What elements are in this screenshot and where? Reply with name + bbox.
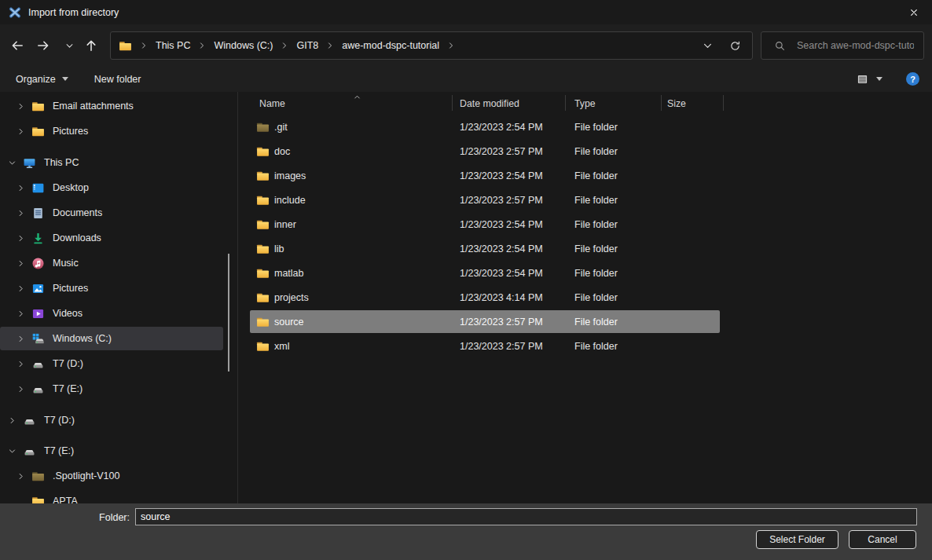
videos-icon — [31, 307, 45, 320]
documents-icon — [31, 207, 45, 220]
sidebar-item-label: Pictures — [53, 283, 88, 294]
view-options-chevron-icon[interactable] — [876, 77, 882, 81]
sidebar-item-downloads[interactable]: Downloads — [0, 225, 237, 251]
breadcrumb-item-awe-mod-dspc-tutorial[interactable]: awe-mod-dspc-tutorial — [340, 40, 441, 51]
sidebar-item-label: Pictures — [53, 126, 88, 137]
sidebar-item-pictures[interactable]: Pictures — [0, 119, 237, 144]
file-date-modified: 1/23/2023 2:57 PM — [460, 341, 543, 352]
sidebar-item-t7-e[interactable]: T7 (E:) — [0, 438, 237, 463]
address-bar[interactable]: This PCWindows (C:)GIT8awe-mod-dspc-tuto… — [110, 31, 753, 60]
window-title: Import from directory — [28, 7, 119, 18]
pictures-icon — [31, 282, 45, 295]
sidebar-item-videos[interactable]: Videos — [0, 301, 237, 326]
windows-drive-icon — [31, 332, 45, 346]
file-date-modified: 1/23/2023 2:54 PM — [460, 122, 543, 133]
sidebar-item-windows-c[interactable]: Windows (C:) — [0, 326, 237, 351]
column-header-name[interactable]: Name — [259, 98, 285, 109]
sidebar-item-label: Videos — [53, 308, 83, 319]
sidebar-item-desktop[interactable]: Desktop — [0, 175, 237, 200]
chevron-right-icon — [17, 385, 25, 393]
file-row-projects[interactable]: projects1/23/2023 4:14 PMFile folder — [239, 285, 932, 309]
sort-ascending-icon — [353, 93, 361, 100]
chevron-right-icon — [17, 335, 25, 343]
chevron-right-icon — [17, 309, 25, 318]
file-row-doc[interactable]: doc1/23/2023 2:57 PMFile folder — [239, 139, 932, 163]
sidebar-item-email-attachments[interactable]: Email attachments — [0, 93, 237, 119]
address-dropdown-icon[interactable] — [702, 40, 714, 52]
drive-icon — [23, 414, 36, 427]
file-type: File folder — [574, 219, 618, 230]
file-row-git[interactable]: .git1/23/2023 2:54 PMFile folder — [239, 115, 932, 139]
folder-dim-icon — [256, 120, 270, 134]
search-icon — [774, 40, 786, 52]
sidebar-item-label: T7 (E:) — [44, 445, 74, 456]
up-arrow-icon — [84, 38, 98, 53]
new-folder-button[interactable]: New folder — [94, 74, 141, 85]
close-button[interactable] — [896, 0, 932, 24]
cancel-button[interactable]: Cancel — [849, 530, 916, 549]
desktop-icon — [31, 181, 45, 195]
drive-icon — [31, 357, 45, 371]
file-row-matlab[interactable]: matlab1/23/2023 2:54 PMFile folder — [239, 261, 932, 285]
help-button[interactable]: ? — [906, 72, 919, 86]
file-type: File folder — [574, 341, 618, 352]
folder-icon — [256, 266, 270, 280]
organize-button[interactable]: Organize — [16, 74, 68, 85]
sidebar-item-this-pc[interactable]: This PC — [0, 150, 237, 175]
search-input[interactable] — [795, 39, 915, 52]
sidebar-tree: Email attachmentsPicturesThis PCDesktopD… — [0, 93, 237, 503]
sidebar-item-music[interactable]: Music — [0, 251, 237, 276]
breadcrumb-item-this-pc[interactable]: This PC — [154, 40, 192, 51]
file-row-lib[interactable]: lib1/23/2023 2:54 PMFile folder — [239, 236, 932, 261]
column-header-size[interactable]: Size — [667, 98, 686, 109]
navigation-bar: This PCWindows (C:)GIT8awe-mod-dspc-tuto… — [0, 24, 932, 66]
file-type: File folder — [574, 170, 618, 181]
back-button[interactable] — [9, 37, 26, 54]
app-icon — [9, 6, 21, 19]
chevron-down-icon — [62, 77, 68, 81]
sidebar-item-t7-d[interactable]: T7 (D:) — [0, 408, 237, 433]
column-divider[interactable] — [723, 95, 724, 111]
select-folder-button[interactable]: Select Folder — [756, 530, 838, 549]
sidebar-item-apta[interactable]: APTA — [0, 489, 237, 503]
chevron-right-icon — [17, 127, 25, 136]
column-header-date-modified[interactable]: Date modified — [460, 98, 519, 109]
file-row-inner[interactable]: inner1/23/2023 2:54 PMFile folder — [239, 212, 932, 236]
folder-input[interactable] — [135, 508, 917, 525]
folder-icon — [256, 339, 270, 353]
sidebar-scrollbar[interactable] — [228, 254, 229, 372]
sidebar-item-pictures[interactable]: Pictures — [0, 276, 237, 301]
sidebar-item-t7-e[interactable]: T7 (E:) — [0, 376, 237, 401]
forward-button[interactable] — [35, 37, 52, 54]
file-row-include[interactable]: include1/23/2023 2:57 PMFile folder — [239, 188, 932, 212]
chevron-right-icon — [17, 259, 25, 268]
column-divider[interactable] — [661, 95, 662, 111]
chevron-right-icon — [17, 234, 25, 243]
new-folder-label: New folder — [94, 74, 141, 85]
column-divider[interactable] — [565, 95, 566, 111]
sidebar-item-label: T7 (D:) — [53, 358, 83, 369]
breadcrumb-separator-icon — [446, 41, 456, 50]
chevron-down-icon — [64, 41, 75, 51]
up-button[interactable] — [83, 37, 100, 54]
file-type: File folder — [574, 292, 618, 303]
breadcrumb-item-windows-c[interactable]: Windows (C:) — [212, 40, 274, 51]
sidebar-item-spotlight-v100[interactable]: .Spotlight-V100 — [0, 463, 237, 489]
file-row-source[interactable]: source1/23/2023 2:57 PMFile folder — [239, 309, 932, 334]
file-row-images[interactable]: images1/23/2023 2:54 PMFile folder — [239, 163, 932, 188]
recent-locations-button[interactable] — [61, 37, 78, 54]
file-date-modified: 1/23/2023 2:54 PM — [460, 170, 543, 181]
sidebar-item-label: Downloads — [53, 232, 101, 243]
search-box[interactable] — [761, 31, 924, 60]
column-header-type[interactable]: Type — [574, 98, 596, 109]
drive-icon — [23, 445, 36, 458]
refresh-icon[interactable] — [729, 40, 741, 52]
breadcrumb-item-git8[interactable]: GIT8 — [295, 40, 320, 51]
file-type: File folder — [574, 317, 618, 328]
sidebar-item-documents[interactable]: Documents — [0, 200, 237, 225]
column-divider[interactable] — [452, 95, 453, 111]
file-date-modified: 1/23/2023 4:14 PM — [460, 292, 543, 303]
file-row-xml[interactable]: xml1/23/2023 2:57 PMFile folder — [239, 334, 932, 358]
view-details-icon[interactable] — [857, 74, 868, 85]
sidebar-item-t7-d[interactable]: T7 (D:) — [0, 351, 237, 376]
